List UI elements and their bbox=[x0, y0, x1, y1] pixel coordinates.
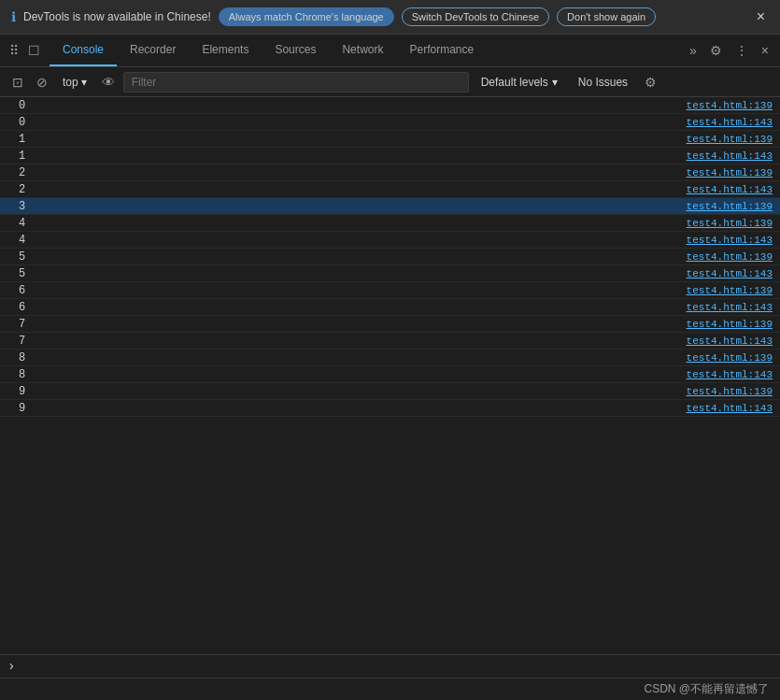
console-row: 9test4.html:143 bbox=[0, 400, 780, 417]
notification-close-button[interactable]: × bbox=[753, 8, 769, 25]
tabs-container: Console Recorder Elements Sources Networ… bbox=[50, 35, 678, 66]
console-row: 3test4.html:139 bbox=[0, 198, 780, 215]
settings-button[interactable]: ⚙ bbox=[704, 39, 728, 62]
tab-performance[interactable]: Performance bbox=[396, 35, 487, 66]
row-value: 7 bbox=[19, 318, 25, 331]
console-row: 0test4.html:139 bbox=[0, 97, 780, 114]
row-value: 0 bbox=[19, 116, 25, 129]
row-source[interactable]: test4.html:139 bbox=[687, 218, 773, 229]
eye-button[interactable]: 👁 bbox=[97, 72, 120, 93]
console-row: 5test4.html:143 bbox=[0, 265, 780, 282]
row-source[interactable]: test4.html:143 bbox=[687, 403, 773, 414]
row-source[interactable]: test4.html:139 bbox=[687, 285, 773, 296]
row-value: 5 bbox=[19, 250, 25, 264]
console-toolbar: ⊡ ⊘ top ▾ 👁 Default levels ▾ No Issues ⚙ bbox=[0, 67, 780, 97]
console-row: 8test4.html:143 bbox=[0, 366, 780, 383]
row-value: 1 bbox=[19, 150, 25, 163]
more-tabs-button[interactable]: » bbox=[684, 39, 702, 62]
status-bar: CSDN @不能再留遗憾了 bbox=[0, 678, 780, 700]
console-row: 1test4.html:143 bbox=[0, 148, 780, 164]
context-chevron: ▾ bbox=[81, 76, 87, 89]
row-value: 5 bbox=[19, 267, 25, 280]
tab-console[interactable]: Console bbox=[50, 35, 117, 66]
row-value: 8 bbox=[19, 368, 25, 381]
notification-bar: ℹ DevTools is now available in Chinese! … bbox=[0, 0, 780, 35]
row-source[interactable]: test4.html:143 bbox=[687, 235, 773, 246]
row-source[interactable]: test4.html:143 bbox=[687, 184, 773, 195]
console-row: 0test4.html:143 bbox=[0, 114, 780, 131]
row-value: 8 bbox=[19, 351, 25, 364]
row-source[interactable]: test4.html:139 bbox=[687, 167, 773, 179]
row-value: 7 bbox=[19, 335, 25, 348]
tab-sources[interactable]: Sources bbox=[262, 35, 329, 66]
default-levels-button[interactable]: Default levels ▾ bbox=[473, 72, 566, 93]
row-value: 2 bbox=[19, 183, 25, 196]
console-row: 6test4.html:139 bbox=[0, 282, 780, 299]
notification-message: DevTools is now available in Chinese! bbox=[23, 10, 211, 23]
console-output: 0test4.html:1390test4.html:1431test4.htm… bbox=[0, 97, 780, 654]
default-levels-label: Default levels bbox=[481, 76, 548, 89]
info-icon: ℹ bbox=[11, 9, 16, 25]
row-source[interactable]: test4.html:139 bbox=[687, 251, 773, 263]
tab-elements[interactable]: Elements bbox=[189, 35, 262, 66]
console-row: 8test4.html:139 bbox=[0, 350, 780, 366]
row-source[interactable]: test4.html:143 bbox=[687, 150, 773, 162]
row-source[interactable]: test4.html:139 bbox=[687, 100, 773, 111]
row-source[interactable]: test4.html:139 bbox=[687, 352, 773, 364]
row-value: 1 bbox=[19, 133, 25, 146]
row-source[interactable]: test4.html:139 bbox=[687, 319, 773, 330]
console-row: 5test4.html:139 bbox=[0, 249, 780, 265]
filter-input[interactable] bbox=[123, 72, 469, 93]
row-source[interactable]: test4.html:143 bbox=[687, 117, 773, 128]
tabs-right: » ⚙ ⋮ × bbox=[678, 39, 780, 62]
row-value: 0 bbox=[19, 99, 25, 112]
switch-devtools-button[interactable]: Switch DevTools to Chinese bbox=[402, 7, 549, 26]
row-value: 4 bbox=[19, 217, 25, 230]
dont-show-button[interactable]: Don't show again bbox=[557, 7, 656, 26]
sidebar-toggle-button[interactable]: ⊡ bbox=[7, 72, 28, 93]
row-source[interactable]: test4.html:143 bbox=[687, 268, 773, 279]
clear-console-button[interactable]: ⊘ bbox=[32, 72, 52, 93]
default-levels-chevron: ▾ bbox=[552, 76, 558, 89]
row-source[interactable]: test4.html:143 bbox=[687, 369, 773, 380]
console-row: 7test4.html:143 bbox=[0, 333, 780, 350]
row-source[interactable]: test4.html:139 bbox=[687, 134, 773, 145]
tab-recorder[interactable]: Recorder bbox=[117, 35, 189, 66]
row-source[interactable]: test4.html:139 bbox=[687, 201, 773, 212]
tab-bar: ⠿ ☐ Console Recorder Elements Sources Ne… bbox=[0, 35, 780, 67]
row-source[interactable]: test4.html:143 bbox=[687, 302, 773, 313]
tab-network[interactable]: Network bbox=[329, 35, 396, 66]
row-value: 4 bbox=[19, 234, 25, 247]
console-row: 6test4.html:143 bbox=[0, 299, 780, 316]
row-value: 9 bbox=[19, 402, 25, 415]
row-value: 9 bbox=[19, 385, 25, 398]
more-options-button[interactable]: ⋮ bbox=[730, 39, 754, 62]
always-match-button[interactable]: Always match Chrome's language bbox=[219, 7, 394, 26]
context-selector[interactable]: top ▾ bbox=[56, 73, 93, 92]
row-source[interactable]: test4.html:143 bbox=[687, 336, 773, 347]
row-value: 6 bbox=[19, 301, 25, 314]
console-row: 9test4.html:139 bbox=[0, 383, 780, 400]
console-settings-button[interactable]: ⚙ bbox=[640, 72, 661, 93]
device-mode-button[interactable]: ☐ bbox=[24, 39, 44, 62]
row-value: 6 bbox=[19, 284, 25, 297]
console-row: 2test4.html:143 bbox=[0, 181, 780, 198]
row-value: 3 bbox=[19, 200, 25, 213]
console-row: 4test4.html:139 bbox=[0, 215, 780, 232]
context-label: top bbox=[63, 76, 78, 89]
console-input-bar: › bbox=[0, 654, 780, 678]
console-row: 4test4.html:143 bbox=[0, 232, 780, 249]
close-devtools-button[interactable]: × bbox=[756, 39, 774, 62]
row-source[interactable]: test4.html:139 bbox=[687, 386, 773, 397]
console-row: 7test4.html:139 bbox=[0, 316, 780, 333]
no-issues-button[interactable]: No Issues bbox=[570, 72, 636, 93]
console-prompt-icon: › bbox=[7, 659, 15, 674]
status-text: CSDN @不能再留遗憾了 bbox=[644, 681, 769, 697]
console-row: 1test4.html:139 bbox=[0, 131, 780, 148]
tab-icons-left: ⠿ ☐ bbox=[0, 39, 50, 62]
row-value: 2 bbox=[19, 166, 25, 179]
inspect-icon-button[interactable]: ⠿ bbox=[6, 39, 22, 62]
console-row: 2test4.html:139 bbox=[0, 164, 780, 181]
